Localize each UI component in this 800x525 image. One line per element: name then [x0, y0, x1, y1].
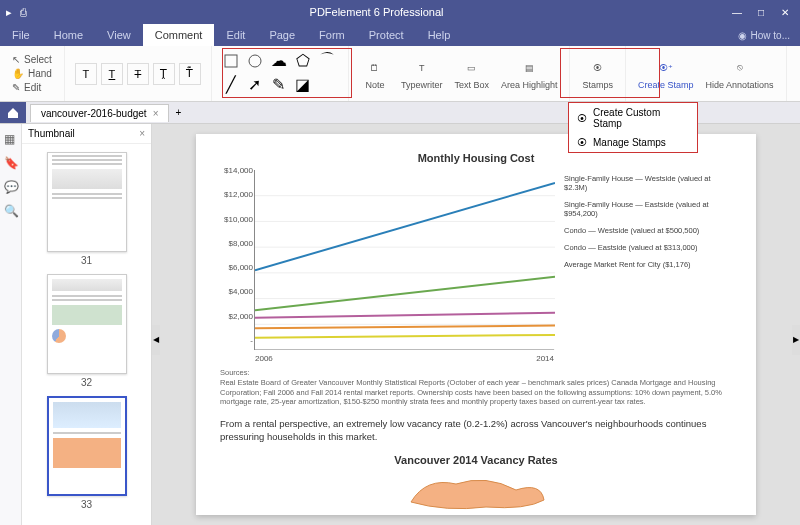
line-chart: $14,000$12,000$10,000$8,000$6,000$4,000$…: [254, 170, 554, 350]
typewriter-icon: T: [412, 58, 432, 78]
edit-tool[interactable]: ✎Edit: [8, 81, 45, 94]
how-to-link[interactable]: ◉ How to...: [738, 30, 800, 41]
chart-lines: [255, 170, 555, 350]
legend-item: Average Market Rent for City ($1,176): [564, 260, 714, 269]
thumb-31[interactable]: 31: [47, 152, 127, 266]
side-icon-strip: ▦ 🔖 💬 🔍: [0, 124, 22, 525]
menu-view[interactable]: View: [95, 24, 143, 46]
create-custom-stamp-item[interactable]: ⦿Create Custom Stamp: [569, 103, 697, 133]
area-highlight-icon: ▤: [519, 58, 539, 78]
maximize-button[interactable]: □: [750, 3, 772, 21]
thumbnail-panel: Thumbnail × 31 32 33: [22, 124, 152, 525]
cursor-icon: ↖: [12, 54, 20, 65]
create-stamp-dropdown: ⦿Create Custom Stamp ⦿Manage Stamps: [568, 102, 698, 153]
document-tab[interactable]: vancouver-2016-budget ×: [30, 104, 169, 122]
legend-item: Single-Family House — Eastside (valued a…: [564, 200, 714, 218]
x-axis-labels: 20062014: [255, 354, 554, 363]
note-button[interactable]: 🗒Note: [355, 56, 395, 92]
prev-page-arrow[interactable]: ◀: [152, 325, 160, 355]
close-button[interactable]: ✕: [774, 3, 796, 21]
svg-line-13: [255, 335, 555, 338]
app-title: PDFelement 6 Professional: [27, 6, 726, 18]
menu-bar: File Home View Comment Edit Page Form Pr…: [0, 24, 800, 46]
stamp-icon: ⦿: [588, 58, 608, 78]
legend-item: Single-Family House — Westside (valued a…: [564, 174, 714, 192]
pencil-shape[interactable]: ✎: [270, 76, 288, 94]
note-icon: 🗒: [365, 58, 385, 78]
svg-point-1: [249, 55, 261, 67]
manage-icon: ⦿: [577, 137, 587, 148]
sources-label: Sources:: [220, 368, 732, 378]
textbox-icon: ▭: [462, 58, 482, 78]
svg-line-11: [255, 313, 555, 318]
strike-text-button[interactable]: T: [127, 63, 149, 85]
vacancy-title: Vancouver 2014 Vacancy Rates: [220, 454, 732, 466]
shapes-group: ☁ ⬠ ⌒ ╱ ➚ ✎ ◪: [218, 48, 342, 100]
menu-page[interactable]: Page: [257, 24, 307, 46]
thumb-label: 32: [47, 377, 127, 388]
home-tab[interactable]: [0, 102, 26, 123]
hand-tool[interactable]: ✋Hand: [8, 67, 56, 80]
eraser-shape[interactable]: ◪: [294, 76, 312, 94]
menu-file[interactable]: File: [0, 24, 42, 46]
connector-shape[interactable]: ⌒: [318, 52, 336, 70]
polygon-shape[interactable]: ⬠: [294, 52, 312, 70]
underline-text-button[interactable]: T: [101, 63, 123, 85]
menu-help[interactable]: Help: [416, 24, 463, 46]
typewriter-button[interactable]: TTypewriter: [395, 56, 449, 92]
hide-icon: ⦸: [730, 58, 750, 78]
next-page-arrow[interactable]: ▶: [792, 325, 800, 355]
hand-icon: ✋: [12, 68, 24, 79]
rectangle-shape[interactable]: [222, 52, 240, 70]
menu-comment[interactable]: Comment: [143, 24, 215, 46]
chart-legend: Single-Family House — Westside (valued a…: [564, 170, 714, 350]
comments-icon[interactable]: 💬: [4, 180, 18, 194]
thumbnails-icon[interactable]: ▦: [4, 132, 18, 146]
manage-stamps-item[interactable]: ⦿Manage Stamps: [569, 133, 697, 152]
print-icon[interactable]: ⎙: [20, 6, 27, 19]
cloud-shape[interactable]: ☁: [270, 52, 288, 70]
body-text: From a rental perspective, an extremely …: [220, 417, 732, 444]
app-logo-icon: ▸: [6, 6, 12, 19]
minimize-button[interactable]: ―: [726, 3, 748, 21]
menu-protect[interactable]: Protect: [357, 24, 416, 46]
text-style-group: T T T Ṱ T͊: [71, 63, 205, 85]
thumb-32[interactable]: 32: [47, 274, 127, 388]
ribbon: ↖Select ✋Hand ✎Edit T T T Ṱ T͊ ☁ ⬠ ⌒ ╱ …: [0, 46, 800, 102]
bookmarks-icon[interactable]: 🔖: [4, 156, 18, 170]
thumbnail-title: Thumbnail: [28, 128, 75, 139]
stamps-button[interactable]: ⦿Stamps: [576, 56, 619, 92]
document-tab-label: vancouver-2016-budget: [41, 108, 147, 119]
select-tool[interactable]: ↖Select: [8, 53, 56, 66]
caret-text-button[interactable]: Ṱ: [153, 63, 175, 85]
location-icon: ◉: [738, 30, 747, 41]
circle-shape[interactable]: [246, 52, 264, 70]
page-view[interactable]: ◀ ▶ Monthly Housing Cost $14,000$12,000$…: [152, 124, 800, 525]
workspace: ▦ 🔖 💬 🔍 Thumbnail × 31 32 33 ◀ ▶: [0, 124, 800, 525]
stamp-small-icon: ⦿: [577, 113, 587, 124]
thumb-label: 31: [47, 255, 127, 266]
highlight-text-button[interactable]: T: [75, 63, 97, 85]
textbox-button[interactable]: ▭Text Box: [448, 56, 495, 92]
squiggly-text-button[interactable]: T͊: [179, 63, 201, 85]
create-stamp-button[interactable]: ⦿⁺Create Stamp: [632, 56, 700, 92]
arrow-shape[interactable]: ➚: [246, 76, 264, 94]
menu-home[interactable]: Home: [42, 24, 95, 46]
svg-line-12: [255, 326, 555, 329]
legend-item: Condo — Eastside (valued at $313,000): [564, 243, 714, 252]
thumb-33[interactable]: 33: [47, 396, 127, 510]
sources-text: Real Estate Board of Greater Vancouver M…: [220, 378, 732, 407]
add-tab-button[interactable]: +: [169, 107, 187, 118]
y-axis-labels: $14,000$12,000$10,000$8,000$6,000$4,000$…: [219, 166, 253, 345]
line-shape[interactable]: ╱: [222, 76, 240, 94]
close-thumbnail-icon[interactable]: ×: [139, 128, 145, 139]
svg-line-10: [255, 277, 555, 310]
search-icon[interactable]: 🔍: [4, 204, 18, 218]
area-highlight-button[interactable]: ▤Area Highlight: [495, 56, 564, 92]
legend-item: Condo — Westside (valued at $500,500): [564, 226, 714, 235]
close-tab-icon[interactable]: ×: [153, 108, 159, 119]
hide-annotations-button[interactable]: ⦸Hide Annotations: [700, 56, 780, 92]
menu-edit[interactable]: Edit: [214, 24, 257, 46]
chart-title: Monthly Housing Cost: [220, 152, 732, 164]
menu-form[interactable]: Form: [307, 24, 357, 46]
